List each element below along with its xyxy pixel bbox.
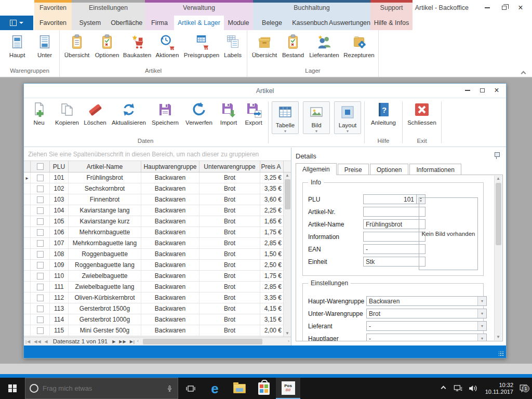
baukasten-button[interactable]: Baukasten [122, 33, 152, 58]
uebersicht-artikel-button[interactable]: Übersicht [62, 33, 92, 58]
table-row[interactable]: 105 Kaviarstange kurz Backwaren Brot 1,6… [24, 216, 291, 227]
row-checkbox[interactable] [37, 251, 44, 258]
schliessen-button[interactable]: Schliessen [405, 101, 439, 126]
uebersicht-lager-button[interactable]: Übersicht [249, 33, 280, 58]
dropdown-chevron-icon[interactable]: ▾ [477, 297, 486, 305]
table-row[interactable]: 109 Roggenbaguette lang Backwaren Brot 2… [24, 260, 291, 271]
artikel-name-field[interactable]: Frühlingsbrot [363, 219, 425, 229]
clock[interactable]: 10:32 10.11.2017 [480, 382, 515, 395]
file-explorer-button[interactable] [227, 378, 251, 399]
row-checkbox[interactable] [37, 284, 44, 290]
table-row[interactable]: 114 Gersterbrot 1000g Backwaren Brot 3,1… [24, 314, 291, 325]
scroll-down-icon[interactable]: ▼ [285, 331, 289, 336]
tab-favoriten[interactable]: Favoriten [34, 16, 72, 30]
unter-button[interactable]: Unter [32, 33, 57, 58]
tab-preise[interactable]: Preise [338, 164, 369, 175]
row-checkbox[interactable] [37, 207, 44, 214]
column-header-preis[interactable]: Preis A [260, 161, 284, 172]
row-checkbox[interactable] [37, 185, 44, 192]
bild-dropdown-button[interactable]: Bild ▾ [303, 101, 330, 134]
neu-button[interactable]: Neu [25, 101, 53, 126]
resize-grip[interactable] [499, 351, 504, 356]
cortana-search[interactable] [25, 378, 178, 399]
row-checkbox[interactable] [37, 327, 44, 334]
scrollbar-thumb[interactable] [285, 179, 290, 209]
tab-firma[interactable]: Firma [145, 16, 174, 30]
column-header-plu[interactable]: PLU [50, 161, 69, 172]
table-row[interactable]: 102 Sechskornbrot Backwaren Brot 3,35 € [24, 183, 291, 194]
row-checkbox[interactable] [37, 196, 44, 203]
ribbon-category-verwaltung[interactable]: Verwaltung [145, 0, 253, 16]
table-row[interactable]: 107 Mehrkornbaguette lang Backwaren Brot… [24, 238, 291, 249]
close-button[interactable]: × [513, 2, 528, 14]
column-header-unterwarengruppe[interactable]: Unterwarengruppe [200, 161, 260, 172]
table-row[interactable]: 104 Kaviarstange lang Backwaren Brot 2,2… [24, 205, 291, 216]
artikel-window-titlebar[interactable]: Artikel × [24, 84, 506, 98]
speichern-button[interactable]: Speichern [149, 101, 182, 126]
group-by-bar[interactable]: Ziehen Sie eine Spaltenüberschrift in di… [24, 148, 291, 161]
kopieren-button[interactable]: Kopieren [53, 101, 81, 126]
store-button[interactable] [251, 378, 276, 399]
haupt-warengruppe-select[interactable]: Backwaren▾ [366, 296, 487, 306]
backoffice-taskbar-button[interactable]: Pos Bill [276, 378, 300, 399]
tab-belege[interactable]: Belege [253, 16, 291, 30]
grid-vertical-scrollbar[interactable]: ▲ ▼ [283, 172, 291, 337]
aktionen-button[interactable]: Aktionen [152, 33, 182, 58]
tab-optionen[interactable]: Optionen [370, 164, 409, 175]
details-scrollbar-thumb[interactable] [496, 183, 501, 245]
child-maximize-button[interactable] [475, 85, 489, 96]
row-checkbox[interactable] [37, 295, 44, 301]
select-all-checkbox[interactable] [37, 163, 44, 170]
import-button[interactable]: Import [216, 101, 241, 126]
unter-warengruppe-select[interactable]: Brot▾ [366, 309, 487, 318]
dropdown-chevron-icon[interactable]: ▾ [477, 309, 486, 318]
table-row[interactable]: 106 Mehrkornbaguette Backwaren Brot 1,75… [24, 227, 291, 238]
hscrollbar-thumb[interactable] [143, 339, 262, 344]
lieferant-select[interactable]: -▾ [366, 321, 487, 331]
scroll-right-icon[interactable]: › [288, 339, 289, 344]
row-checkbox[interactable] [37, 273, 44, 280]
haupt-button[interactable]: Haupt [2, 33, 32, 58]
layout-dropdown-button[interactable]: Layout ▾ [334, 101, 361, 134]
dropdown-chevron-icon[interactable]: ▾ [477, 334, 486, 341]
table-row[interactable]: 101 Frühlingsbrot Backwaren Brot 3,25 € [24, 172, 291, 183]
minimize-button[interactable] [480, 2, 495, 14]
tab-module[interactable]: Module [224, 16, 253, 30]
tab-system[interactable]: System [72, 16, 109, 30]
nav-prev-page-button[interactable]: ◀◀ [32, 339, 43, 344]
plu-field[interactable]: 101 [363, 194, 417, 204]
grid-horizontal-scrollbar[interactable]: ‹ › [137, 338, 290, 345]
anleitung-button[interactable]: ? Anleitung [367, 101, 400, 126]
scroll-left-icon[interactable]: ‹ [137, 339, 139, 344]
aktualisieren-button[interactable]: Aktualisieren [109, 101, 149, 126]
table-row[interactable]: 113 Gersterbrot 1500g Backwaren Brot 4,1… [24, 303, 291, 314]
table-row[interactable]: 112 Oliven-Kürbiskernbrot Backwaren Brot… [24, 292, 291, 303]
row-checkbox[interactable] [37, 305, 44, 312]
action-center-button[interactable]: 1 [516, 383, 530, 393]
pin-icon[interactable] [494, 152, 500, 159]
table-row[interactable]: 111 Zwiebelbaguette lang Backwaren Brot … [24, 282, 291, 292]
tab-oberflaeche[interactable]: Oberfläche [109, 16, 145, 30]
scroll-up-icon[interactable]: ▲ [496, 176, 500, 181]
row-checkbox[interactable] [37, 229, 44, 236]
tab-informationen[interactable]: Informationen [409, 164, 461, 175]
nav-next-button[interactable]: ▶ [111, 339, 117, 344]
task-view-button[interactable] [178, 378, 203, 399]
edge-button[interactable]: e [203, 378, 227, 399]
search-input[interactable] [43, 384, 162, 392]
network-button[interactable] [451, 383, 464, 393]
export-button[interactable]: Export [241, 101, 266, 126]
nav-first-button[interactable]: |◀ [24, 339, 32, 344]
information-field[interactable] [363, 232, 425, 242]
scroll-up-icon[interactable]: ▲ [285, 173, 289, 178]
row-checkbox[interactable] [37, 175, 44, 181]
details-vertical-scrollbar[interactable]: ▲ ▼ [494, 176, 502, 340]
restore-button[interactable] [497, 2, 511, 14]
bestand-button[interactable]: Bestand [280, 33, 307, 58]
tabelle-dropdown-button[interactable]: Tabelle ▾ [272, 101, 299, 134]
rezepturen-button[interactable]: Rezepturen [342, 33, 376, 58]
scroll-down-icon[interactable]: ▼ [496, 335, 500, 340]
table-row[interactable]: 115 Mini Gerster 500g Backwaren Brot 2,0… [24, 325, 291, 336]
ean-field[interactable]: - [363, 244, 425, 254]
lieferanten-button[interactable]: Lieferanten [307, 33, 342, 58]
